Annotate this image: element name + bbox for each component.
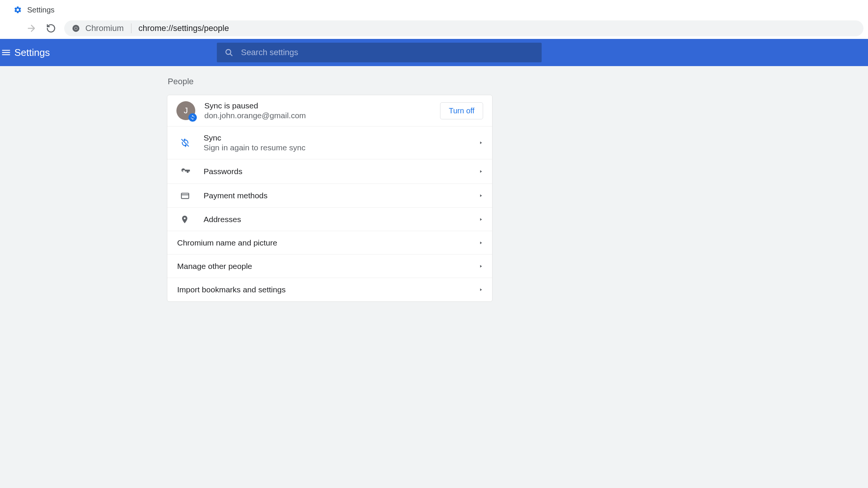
addresses-row[interactable]: Addresses xyxy=(167,208,492,231)
account-row: J Sync is paused don.john.orange@gmail.c… xyxy=(167,95,492,127)
account-status: Sync is paused xyxy=(204,101,440,110)
settings-header: Settings xyxy=(0,39,868,66)
row-title: Addresses xyxy=(204,215,474,224)
svg-point-3 xyxy=(226,49,231,54)
settings-search[interactable] xyxy=(217,43,542,62)
manage-people-row[interactable]: Manage other people xyxy=(167,255,492,278)
turn-off-button[interactable]: Turn off xyxy=(440,102,483,119)
chevron-right-icon xyxy=(474,287,483,292)
chevron-right-icon xyxy=(474,169,483,174)
credit-card-icon xyxy=(176,191,204,201)
row-title: Passwords xyxy=(204,167,474,176)
location-pin-icon xyxy=(176,215,204,224)
key-icon xyxy=(176,166,204,177)
sync-row[interactable]: Sync Sign in again to resume sync xyxy=(167,127,492,159)
people-card: J Sync is paused don.john.orange@gmail.c… xyxy=(167,95,493,302)
search-icon xyxy=(224,48,233,57)
address-bar[interactable]: Chromium chrome://settings/people xyxy=(64,20,863,36)
row-title: Chromium name and picture xyxy=(177,238,474,247)
browser-tab-settings[interactable]: Settings xyxy=(14,6,54,14)
svg-rect-7 xyxy=(181,193,189,199)
svg-line-4 xyxy=(230,54,232,56)
forward-button[interactable] xyxy=(22,19,41,38)
payment-methods-row[interactable]: Payment methods xyxy=(167,184,492,208)
chromium-icon xyxy=(72,24,80,32)
passwords-row[interactable]: Passwords xyxy=(167,159,492,184)
chevron-right-icon xyxy=(474,141,483,145)
sync-disabled-icon xyxy=(176,138,204,148)
chevron-right-icon xyxy=(474,193,483,198)
row-title: Import bookmarks and settings xyxy=(177,285,474,294)
chevron-right-icon xyxy=(474,264,483,269)
row-subtitle: Sign in again to resume sync xyxy=(204,143,474,152)
site-label: Chromium xyxy=(85,23,124,33)
settings-title: Settings xyxy=(14,47,50,59)
url-text: chrome://settings/people xyxy=(138,23,229,33)
tab-title: Settings xyxy=(27,6,54,14)
svg-point-6 xyxy=(182,170,184,172)
menu-button[interactable] xyxy=(0,47,15,58)
divider xyxy=(131,23,131,33)
svg-point-2 xyxy=(75,27,77,29)
site-identity-chip[interactable]: Chromium xyxy=(72,23,133,33)
settings-search-input[interactable] xyxy=(241,48,534,57)
avatar: J xyxy=(176,101,195,120)
chevron-right-icon xyxy=(474,241,483,245)
account-text: Sync is paused don.john.orange@gmail.com xyxy=(204,101,440,120)
settings-body: People J Sync is paused don.john.orange@… xyxy=(0,66,868,488)
sync-paused-badge-icon xyxy=(188,113,197,122)
name-picture-row[interactable]: Chromium name and picture xyxy=(167,231,492,255)
section-title: People xyxy=(167,77,493,86)
row-title: Payment methods xyxy=(204,191,474,200)
chevron-right-icon xyxy=(474,217,483,222)
browser-tab-bar: Settings xyxy=(0,0,868,17)
account-email: don.john.orange@gmail.com xyxy=(204,111,440,120)
import-bookmarks-row[interactable]: Import bookmarks and settings xyxy=(167,278,492,301)
people-section: People J Sync is paused don.john.orange@… xyxy=(167,77,493,302)
row-title: Sync xyxy=(204,133,474,142)
reload-button[interactable] xyxy=(42,19,60,38)
gear-icon xyxy=(14,6,22,14)
browser-toolbar: Chromium chrome://settings/people xyxy=(0,17,868,39)
row-title: Manage other people xyxy=(177,262,474,271)
